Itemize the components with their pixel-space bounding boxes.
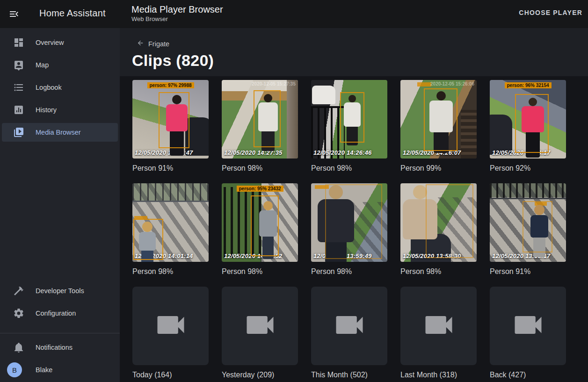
folder-last-month[interactable]: [400, 287, 477, 365]
video-icon: [242, 307, 278, 345]
dashboard-icon: [13, 37, 24, 48]
breadcrumb[interactable]: Frigate: [132, 39, 169, 48]
sidebar-item-overview[interactable]: Overview: [2, 33, 118, 52]
clip-caption: Person 92%: [490, 164, 574, 173]
clip-caption: Person 98%: [222, 267, 306, 277]
clip-thumbnail[interactable]: 12/05/2020 14:01:14: [132, 183, 209, 262]
video-icon: [421, 307, 457, 345]
hammer-icon: [13, 285, 24, 296]
sidebar-item-label: Overview: [36, 39, 64, 46]
detection-label: person: 95% 23432: [236, 186, 283, 192]
video-icon: [510, 307, 546, 345]
menu-toggle-button[interactable]: [8, 8, 20, 20]
detection-bbox: [251, 195, 279, 256]
clip-caption: Person 98%: [222, 164, 306, 173]
page-title: Clips (820): [132, 51, 214, 70]
sidebar-item-notifications[interactable]: Notifications: [2, 338, 118, 357]
clip-thumbnail[interactable]: 12/05/2020 13:58:17: [490, 183, 566, 262]
folder-this-month[interactable]: [311, 287, 387, 365]
choose-player-button[interactable]: CHOOSE PLAYER: [519, 9, 582, 16]
folder-caption: This Month (502): [311, 371, 395, 380]
detection-bbox: [424, 88, 457, 151]
clip-thumbnail[interactable]: person: 95% 23432 12/05/2020 14:00:52: [222, 183, 298, 262]
clip-thumbnail[interactable]: person: 97% 29988 12/05/2020 14:36:47: [132, 80, 209, 159]
detection-bbox: [133, 219, 163, 260]
sidebar-item-media-browser[interactable]: Media Browser: [2, 123, 118, 142]
sidebar-item-map[interactable]: Map: [2, 56, 118, 74]
clip-caption: Person 98%: [132, 267, 217, 277]
bench-shape: [461, 110, 477, 159]
app-title: Home Assistant: [39, 8, 106, 19]
play-box-multiple-icon: [13, 127, 24, 138]
railing-shape: [490, 183, 566, 199]
user-name: Blake: [36, 366, 52, 374]
folder-back[interactable]: [490, 287, 566, 365]
menu-open-icon: [8, 13, 20, 21]
video-icon: [153, 307, 189, 345]
arrow-left-icon: [137, 39, 144, 48]
folder-caption: Yesterday (209): [222, 371, 306, 380]
gear-icon: [13, 308, 24, 319]
detection-bbox: [523, 201, 552, 252]
bar-chart-icon: [13, 104, 24, 115]
clip-caption: Person 98%: [311, 267, 395, 277]
clip-thumbnail[interactable]: 12/05/2020 13:58:30: [400, 183, 477, 262]
clip-thumbnail[interactable]: 2020-12-05 15:26:06 12/05/2020 14:26:07: [400, 80, 477, 159]
clip-caption: Person 98%: [400, 267, 485, 277]
folder-yesterday[interactable]: [222, 287, 298, 365]
railing-shape: [132, 183, 209, 202]
sidebar-item-configuration[interactable]: Configuration: [2, 304, 118, 323]
clip-thumbnail[interactable]: 12/05/2020 14:26:46: [311, 80, 387, 159]
sidebar-item-user[interactable]: Blake: [2, 360, 118, 379]
sidebar-divider: [0, 333, 120, 333]
detection-label: person: 96% 32154: [504, 82, 551, 88]
mini-detection-label: [417, 82, 431, 86]
detection-bbox: [159, 92, 189, 148]
detection-bbox: [340, 92, 364, 143]
folder-today[interactable]: [132, 287, 209, 365]
list-icon: [13, 82, 24, 93]
app-bar: Home Assistant Media Player Browser Web …: [0, 0, 588, 28]
sidebar-item-label: Logbook: [36, 84, 62, 91]
camera-timestamp: 2020-12-05 15:26:06: [430, 81, 474, 86]
sidebar-item-label: History: [36, 106, 57, 114]
folder-caption: Back (427): [490, 371, 574, 380]
clip-caption: Person 91%: [490, 267, 574, 277]
bell-icon: [13, 342, 24, 353]
clip-caption: Person 99%: [400, 164, 485, 173]
sidebar-item-label: Developer Tools: [36, 287, 84, 295]
dialog-title: Media Player Browser: [131, 4, 223, 15]
porch-post-shape: [287, 80, 298, 159]
detection-bbox: [325, 184, 382, 259]
sidebar-item-developer-tools[interactable]: Developer Tools: [2, 281, 118, 300]
home-assistant-app: Home Assistant Media Player Browser Web …: [0, 0, 588, 382]
camera-timestamp: 2020-12-05 15:27:35: [252, 81, 296, 86]
sidebar-item-label: Notifications: [36, 344, 73, 351]
sidebar-item-history[interactable]: History: [2, 101, 118, 119]
video-icon: [332, 307, 367, 345]
clip-thumbnail[interactable]: 2020-12-05 15:27:35 12/05/2020 14:27:35: [222, 80, 298, 159]
sidebar-item-logbook[interactable]: Logbook: [2, 78, 118, 97]
clip-caption: Person 91%: [132, 164, 217, 173]
clip-thumbnail[interactable]: person: 96% 32154 12/05/2020 14:03:17: [490, 80, 566, 159]
detection-bbox: [515, 94, 549, 153]
detection-label: person: 97% 29988: [147, 82, 194, 88]
sidebar-item-label: Map: [36, 61, 49, 69]
folder-caption: Last Month (318): [400, 371, 485, 380]
detection-bbox: [426, 184, 473, 258]
timestamp-overlay: 12/05/2020 14:26:46: [313, 149, 372, 156]
avatar-spacer: [13, 364, 24, 375]
sidebar: Overview Map Logbook History Media Brows…: [0, 28, 120, 382]
dialog-subtitle: Web Browser: [131, 15, 168, 22]
map-account-icon: [13, 59, 24, 71]
folder-caption: Today (164): [132, 371, 217, 380]
car-shape: [312, 86, 335, 104]
sidebar-item-label: Media Browser: [36, 129, 81, 136]
clip-thumbnail[interactable]: 12/05/2020 13:59:49: [311, 183, 387, 262]
detection-bbox: [254, 90, 281, 147]
breadcrumb-label: Frigate: [148, 40, 169, 48]
sidebar-item-label: Configuration: [36, 310, 76, 317]
clip-caption: Person 98%: [311, 164, 395, 173]
